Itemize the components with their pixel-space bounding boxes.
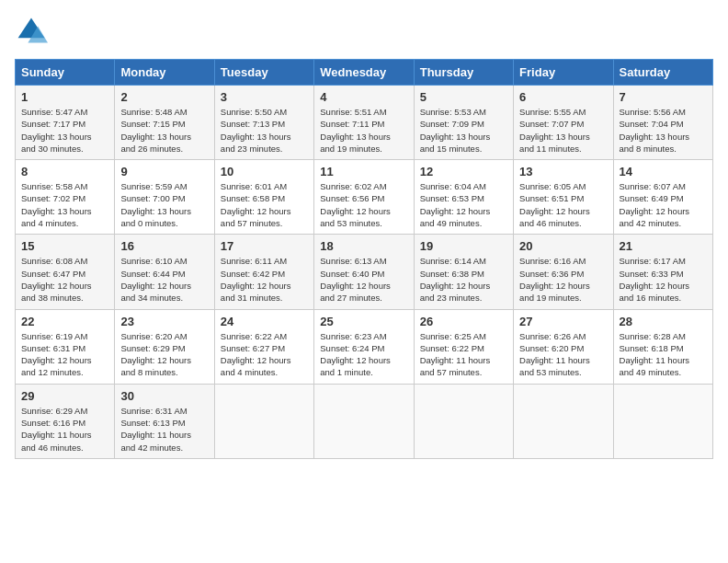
day-info: Sunrise: 5:59 AM Sunset: 7:00 PM Dayligh… [120,180,208,229]
day-info: Sunrise: 5:48 AM Sunset: 7:15 PM Dayligh… [120,106,208,155]
day-info: Sunrise: 6:08 AM Sunset: 6:47 PM Dayligh… [21,255,108,304]
calendar-cell: 14Sunrise: 6:07 AM Sunset: 6:49 PM Dayli… [613,160,712,235]
weekday-header-thursday: Thursday [414,60,513,86]
calendar-cell: 3Sunrise: 5:50 AM Sunset: 7:13 PM Daylig… [214,86,313,160]
calendar-cell: 27Sunrise: 6:26 AM Sunset: 6:20 PM Dayli… [514,309,613,384]
calendar-week-2: 8Sunrise: 5:58 AM Sunset: 7:02 PM Daylig… [16,160,713,235]
day-info: Sunrise: 6:23 AM Sunset: 6:24 PM Dayligh… [320,330,407,379]
weekday-header-wednesday: Wednesday [314,60,414,86]
weekday-header-monday: Monday [115,60,214,86]
day-number: 5 [420,90,507,104]
day-number: 27 [519,315,607,328]
calendar-cell: 13Sunrise: 6:05 AM Sunset: 6:51 PM Dayli… [514,160,613,235]
weekday-header-row: SundayMondayTuesdayWednesdayThursdayFrid… [16,60,713,86]
day-number: 26 [420,315,507,328]
calendar-cell: 25Sunrise: 6:23 AM Sunset: 6:24 PM Dayli… [314,309,414,384]
calendar-cell: 16Sunrise: 6:10 AM Sunset: 6:44 PM Dayli… [115,235,214,309]
logo [15,15,51,48]
day-info: Sunrise: 6:26 AM Sunset: 6:20 PM Dayligh… [519,330,607,379]
calendar-cell: 6Sunrise: 5:55 AM Sunset: 7:07 PM Daylig… [514,86,613,160]
day-number: 9 [120,165,208,178]
weekday-header-friday: Friday [514,60,613,86]
calendar-week-4: 22Sunrise: 6:19 AM Sunset: 6:31 PM Dayli… [16,309,713,384]
day-info: Sunrise: 6:20 AM Sunset: 6:29 PM Dayligh… [120,330,208,379]
weekday-header-tuesday: Tuesday [214,60,313,86]
calendar-cell: 17Sunrise: 6:11 AM Sunset: 6:42 PM Dayli… [214,235,313,309]
day-info: Sunrise: 5:51 AM Sunset: 7:11 PM Dayligh… [320,106,407,155]
calendar-cell: 23Sunrise: 6:20 AM Sunset: 6:29 PM Dayli… [115,309,214,384]
day-info: Sunrise: 6:01 AM Sunset: 6:58 PM Dayligh… [221,180,308,229]
day-number: 8 [21,165,108,178]
day-number: 22 [21,315,108,328]
day-number: 6 [519,90,607,104]
calendar-cell [414,384,513,458]
day-number: 11 [320,165,407,178]
day-number: 20 [519,239,607,253]
calendar-cell: 5Sunrise: 5:53 AM Sunset: 7:09 PM Daylig… [414,86,513,160]
day-info: Sunrise: 6:11 AM Sunset: 6:42 PM Dayligh… [221,255,308,304]
day-number: 28 [620,315,707,328]
day-info: Sunrise: 6:28 AM Sunset: 6:18 PM Dayligh… [620,330,707,379]
calendar-cell: 24Sunrise: 6:22 AM Sunset: 6:27 PM Dayli… [214,309,313,384]
day-number: 13 [519,165,607,178]
calendar-week-1: 1Sunrise: 5:47 AM Sunset: 7:17 PM Daylig… [16,86,713,160]
day-number: 23 [120,315,208,328]
calendar-cell: 9Sunrise: 5:59 AM Sunset: 7:00 PM Daylig… [115,160,214,235]
day-info: Sunrise: 6:05 AM Sunset: 6:51 PM Dayligh… [519,180,607,229]
day-info: Sunrise: 5:56 AM Sunset: 7:04 PM Dayligh… [620,106,707,155]
day-info: Sunrise: 6:04 AM Sunset: 6:53 PM Dayligh… [420,180,507,229]
day-info: Sunrise: 6:22 AM Sunset: 6:27 PM Dayligh… [221,330,308,379]
day-number: 29 [21,389,108,403]
day-number: 10 [221,165,308,178]
calendar-cell: 1Sunrise: 5:47 AM Sunset: 7:17 PM Daylig… [16,86,115,160]
calendar-week-3: 15Sunrise: 6:08 AM Sunset: 6:47 PM Dayli… [16,235,713,309]
day-number: 30 [120,389,208,403]
calendar-cell: 4Sunrise: 5:51 AM Sunset: 7:11 PM Daylig… [314,86,414,160]
calendar-cell: 29Sunrise: 6:29 AM Sunset: 6:16 PM Dayli… [16,384,115,458]
calendar-cell: 7Sunrise: 5:56 AM Sunset: 7:04 PM Daylig… [613,86,712,160]
day-info: Sunrise: 6:07 AM Sunset: 6:49 PM Dayligh… [620,180,707,229]
day-number: 21 [620,239,707,253]
day-info: Sunrise: 6:14 AM Sunset: 6:38 PM Dayligh… [420,255,507,304]
day-info: Sunrise: 6:16 AM Sunset: 6:36 PM Dayligh… [519,255,607,304]
day-info: Sunrise: 6:10 AM Sunset: 6:44 PM Dayligh… [120,255,208,304]
day-info: Sunrise: 5:55 AM Sunset: 7:07 PM Dayligh… [519,106,607,155]
calendar-cell: 18Sunrise: 6:13 AM Sunset: 6:40 PM Dayli… [314,235,414,309]
logo-icon [15,15,48,48]
day-number: 14 [620,165,707,178]
day-info: Sunrise: 5:58 AM Sunset: 7:02 PM Dayligh… [21,180,108,229]
calendar-cell: 30Sunrise: 6:31 AM Sunset: 6:13 PM Dayli… [115,384,214,458]
calendar-cell: 21Sunrise: 6:17 AM Sunset: 6:33 PM Dayli… [613,235,712,309]
weekday-header-sunday: Sunday [16,60,115,86]
calendar-cell: 12Sunrise: 6:04 AM Sunset: 6:53 PM Dayli… [414,160,513,235]
calendar-cell [613,384,712,458]
calendar-cell [314,384,414,458]
day-number: 16 [120,239,208,253]
day-number: 4 [320,90,407,104]
day-number: 24 [221,315,308,328]
calendar-cell [214,384,313,458]
weekday-header-saturday: Saturday [613,60,712,86]
calendar-cell: 11Sunrise: 6:02 AM Sunset: 6:56 PM Dayli… [314,160,414,235]
calendar-cell: 10Sunrise: 6:01 AM Sunset: 6:58 PM Dayli… [214,160,313,235]
page-header [15,15,713,48]
calendar-cell: 26Sunrise: 6:25 AM Sunset: 6:22 PM Dayli… [414,309,513,384]
day-info: Sunrise: 5:47 AM Sunset: 7:17 PM Dayligh… [21,106,108,155]
day-number: 2 [120,90,208,104]
day-number: 17 [221,239,308,253]
day-number: 19 [420,239,507,253]
day-info: Sunrise: 6:02 AM Sunset: 6:56 PM Dayligh… [320,180,407,229]
day-info: Sunrise: 6:29 AM Sunset: 6:16 PM Dayligh… [21,405,108,454]
calendar-cell: 15Sunrise: 6:08 AM Sunset: 6:47 PM Dayli… [16,235,115,309]
calendar-cell: 8Sunrise: 5:58 AM Sunset: 7:02 PM Daylig… [16,160,115,235]
calendar-week-5: 29Sunrise: 6:29 AM Sunset: 6:16 PM Dayli… [16,384,713,458]
day-number: 18 [320,239,407,253]
day-info: Sunrise: 6:31 AM Sunset: 6:13 PM Dayligh… [120,405,208,454]
calendar-cell: 22Sunrise: 6:19 AM Sunset: 6:31 PM Dayli… [16,309,115,384]
day-number: 7 [620,90,707,104]
day-info: Sunrise: 5:53 AM Sunset: 7:09 PM Dayligh… [420,106,507,155]
day-number: 15 [21,239,108,253]
day-info: Sunrise: 6:13 AM Sunset: 6:40 PM Dayligh… [320,255,407,304]
day-number: 12 [420,165,507,178]
calendar-cell: 2Sunrise: 5:48 AM Sunset: 7:15 PM Daylig… [115,86,214,160]
